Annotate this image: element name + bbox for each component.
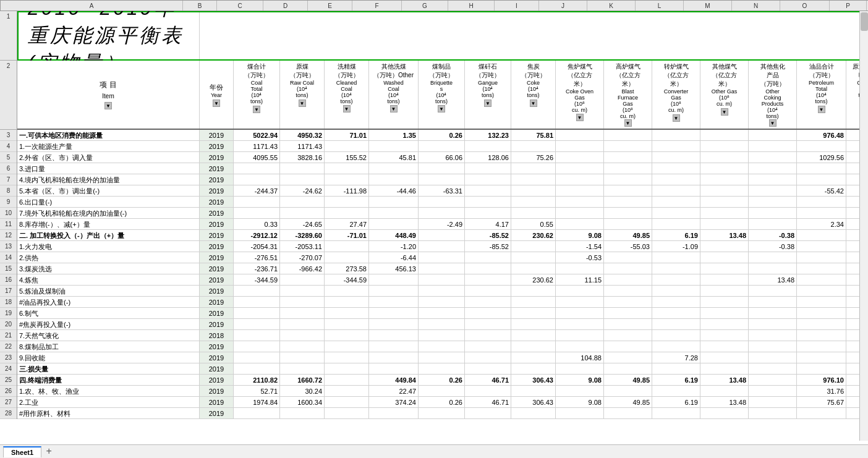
- table-cell[interactable]: [234, 308, 280, 318]
- table-cell[interactable]: 273.58: [325, 263, 369, 274]
- table-cell[interactable]: [511, 208, 556, 218]
- table-cell[interactable]: 306.43: [511, 397, 556, 407]
- table-cell[interactable]: [465, 208, 511, 218]
- table-cell[interactable]: [749, 330, 797, 341]
- table-cell[interactable]: [700, 297, 749, 307]
- table-cell[interactable]: [700, 286, 749, 296]
- table-cell[interactable]: [652, 308, 700, 318]
- table-cell[interactable]: 2019: [200, 230, 234, 240]
- table-cell[interactable]: [652, 130, 700, 140]
- table-cell[interactable]: 66.06: [419, 152, 465, 163]
- table-cell[interactable]: 2019: [200, 263, 234, 274]
- table-cell[interactable]: [280, 330, 325, 341]
- table-cell[interactable]: [465, 297, 511, 307]
- table-cell[interactable]: -0.38: [749, 230, 797, 240]
- table-cell[interactable]: [325, 241, 369, 252]
- cvg-dropdown-icon[interactable]: ▼: [673, 114, 680, 122]
- table-cell[interactable]: [700, 274, 749, 285]
- table-cell[interactable]: [749, 174, 797, 185]
- table-cell[interactable]: [749, 397, 797, 407]
- table-cell[interactable]: [797, 352, 846, 363]
- table-cell[interactable]: 30.24: [280, 386, 325, 396]
- table-cell[interactable]: [419, 341, 465, 352]
- table-cell[interactable]: [604, 363, 652, 374]
- table-cell[interactable]: 1171.43: [280, 141, 325, 151]
- table-cell[interactable]: 448.49: [369, 230, 419, 240]
- table-cell[interactable]: [419, 208, 465, 218]
- table-cell[interactable]: [369, 308, 419, 318]
- table-cell[interactable]: [511, 363, 556, 374]
- table-cell[interactable]: [749, 130, 797, 140]
- table-cell[interactable]: 7.天然气液化: [17, 330, 200, 341]
- table-cell[interactable]: -244.37: [234, 185, 280, 196]
- table-cell[interactable]: 0.55: [511, 219, 556, 229]
- table-cell[interactable]: [465, 352, 511, 363]
- table-cell[interactable]: [234, 341, 280, 352]
- table-cell[interactable]: 2019: [200, 352, 234, 363]
- table-cell[interactable]: [556, 386, 604, 396]
- table-cell[interactable]: -0.53: [556, 252, 604, 263]
- table-cell[interactable]: [604, 185, 652, 196]
- table-cell[interactable]: 2019: [200, 197, 234, 207]
- table-cell[interactable]: [325, 163, 369, 174]
- table-cell[interactable]: [797, 208, 846, 218]
- table-cell[interactable]: 2.34: [797, 219, 846, 229]
- table-cell[interactable]: -63.31: [419, 185, 465, 196]
- table-cell[interactable]: [700, 252, 749, 263]
- table-cell[interactable]: [280, 208, 325, 218]
- table-cell[interactable]: [511, 185, 556, 196]
- table-cell[interactable]: [419, 174, 465, 185]
- table-cell[interactable]: [700, 241, 749, 252]
- table-cell[interactable]: [419, 330, 465, 341]
- table-cell[interactable]: [604, 308, 652, 318]
- table-cell[interactable]: [419, 252, 465, 263]
- table-cell[interactable]: 11.15: [556, 274, 604, 285]
- table-cell[interactable]: [749, 408, 797, 418]
- table-cell[interactable]: -24.65: [280, 219, 325, 229]
- table-cell[interactable]: [280, 197, 325, 207]
- table-cell[interactable]: 9.08: [556, 375, 604, 385]
- table-cell[interactable]: 2019: [200, 152, 234, 163]
- table-cell[interactable]: [604, 141, 652, 151]
- table-cell[interactable]: 二. 加工转换投入（-）产出（+）量: [17, 230, 200, 240]
- table-cell[interactable]: [419, 408, 465, 418]
- table-cell[interactable]: 2.供热: [17, 252, 200, 263]
- col-header-H[interactable]: H: [448, 1, 495, 11]
- table-cell[interactable]: [797, 341, 846, 352]
- table-cell[interactable]: [325, 141, 369, 151]
- table-cell[interactable]: [604, 174, 652, 185]
- table-cell[interactable]: 1600.34: [280, 397, 325, 407]
- table-cell[interactable]: [419, 386, 465, 396]
- table-cell[interactable]: [604, 208, 652, 218]
- table-cell[interactable]: [369, 174, 419, 185]
- table-cell[interactable]: [465, 197, 511, 207]
- table-cell[interactable]: [700, 141, 749, 151]
- table-cell[interactable]: [556, 163, 604, 174]
- table-cell[interactable]: [369, 197, 419, 207]
- ocp-dropdown-icon[interactable]: ▼: [769, 119, 777, 127]
- table-cell[interactable]: [797, 163, 846, 174]
- table-cell[interactable]: 230.62: [511, 274, 556, 285]
- table-cell[interactable]: [749, 185, 797, 196]
- table-cell[interactable]: [369, 341, 419, 352]
- table-cell[interactable]: 2019: [200, 308, 234, 318]
- table-cell[interactable]: 45.81: [369, 152, 419, 163]
- table-cell[interactable]: 2019: [200, 341, 234, 352]
- table-cell[interactable]: 2019: [200, 297, 234, 307]
- table-cell[interactable]: [797, 252, 846, 263]
- table-cell[interactable]: [369, 286, 419, 296]
- table-cell[interactable]: 6.出口量(-): [17, 197, 200, 207]
- table-cell[interactable]: [280, 163, 325, 174]
- table-cell[interactable]: [325, 297, 369, 307]
- table-cell[interactable]: [749, 363, 797, 374]
- table-cell[interactable]: [604, 163, 652, 174]
- table-cell[interactable]: 3828.16: [280, 152, 325, 163]
- table-cell[interactable]: [700, 330, 749, 341]
- table-cell[interactable]: [749, 386, 797, 396]
- col-header-E[interactable]: E: [308, 1, 352, 11]
- table-cell[interactable]: [797, 174, 846, 185]
- table-cell[interactable]: [325, 308, 369, 318]
- table-cell[interactable]: 三.损失量: [17, 363, 200, 374]
- table-cell[interactable]: 2019: [200, 375, 234, 385]
- table-cell[interactable]: [604, 319, 652, 329]
